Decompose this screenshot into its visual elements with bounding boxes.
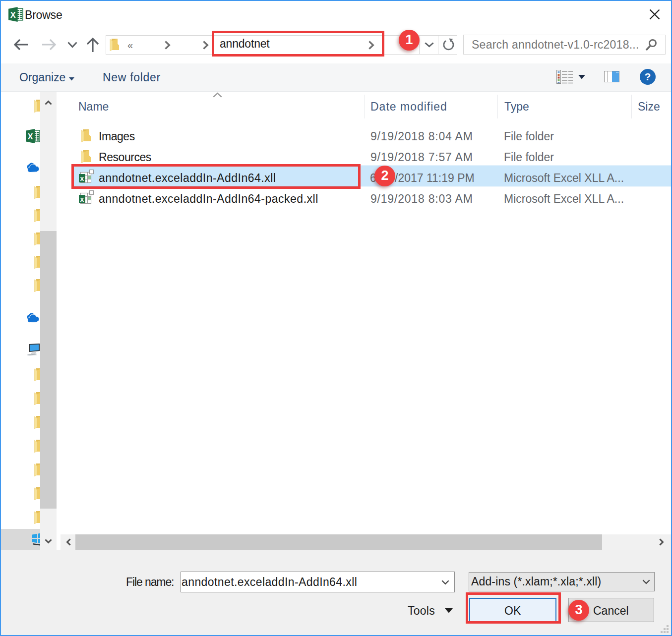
svg-text:X: X — [10, 10, 16, 19]
svg-text:X: X — [28, 132, 33, 141]
svg-text:x: x — [80, 195, 84, 203]
